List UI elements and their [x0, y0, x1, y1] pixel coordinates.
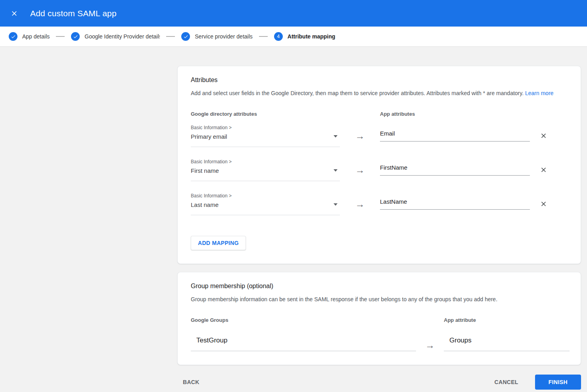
attributes-card: Attributes Add and select user fields in… — [177, 66, 581, 264]
arrow-right-icon: → — [340, 125, 380, 159]
step-separator — [166, 36, 175, 37]
step-app-details[interactable]: App details — [9, 32, 50, 41]
google-directory-attributes-header: Google directory attributes — [191, 111, 340, 117]
select-value: Last name — [191, 201, 340, 208]
page-title: Add custom SAML app — [30, 9, 117, 18]
dropdown-arrow-icon — [334, 169, 338, 172]
app-attribute-header: App attribute — [444, 317, 570, 323]
step-label: Service provider details — [195, 33, 253, 40]
select-category-label: Basic Information > — [191, 159, 340, 164]
select-value: First name — [191, 167, 340, 174]
directory-attribute-select[interactable]: Basic Information > Primary email — [191, 125, 340, 147]
arrow-right-icon: → — [340, 159, 380, 193]
select-category-label: Basic Information > — [191, 193, 340, 199]
check-icon — [9, 32, 17, 41]
close-icon[interactable] — [6, 5, 23, 22]
step-label: Attribute mapping — [288, 33, 336, 40]
app-attribute-input[interactable] — [380, 164, 530, 176]
group-mapping-grid: Google Groups App attribute → — [191, 317, 568, 351]
arrow-right-icon: → — [340, 193, 380, 227]
step-separator — [259, 36, 268, 37]
footer-actions: BACK CANCEL FINISH — [177, 375, 581, 392]
remove-mapping-icon[interactable] — [538, 130, 549, 141]
back-button[interactable]: BACK — [177, 375, 205, 389]
finish-button[interactable]: FINISH — [535, 375, 581, 390]
dropdown-arrow-icon — [334, 203, 338, 206]
group-app-attribute-input[interactable] — [444, 334, 570, 351]
mapping-grid: Google directory attributes App attribut… — [191, 111, 568, 227]
app-attributes-header: App attributes — [380, 111, 530, 117]
step-idp-details[interactable]: Google Identity Provider details — [71, 32, 160, 41]
google-groups-input[interactable] — [191, 334, 416, 351]
step-label: App details — [22, 33, 50, 40]
select-category-label: Basic Information > — [191, 125, 340, 130]
group-card-description: Group membership information can be sent… — [191, 295, 568, 304]
dropdown-arrow-icon — [334, 135, 338, 138]
app-attribute-input[interactable] — [380, 130, 530, 142]
directory-attribute-select[interactable]: Basic Information > Last name — [191, 193, 340, 215]
arrow-right-icon: → — [416, 331, 444, 351]
stepper: App details Google Identity Provider det… — [0, 27, 587, 47]
description-text: Add and select user fields in the Google… — [191, 90, 524, 96]
remove-mapping-icon[interactable] — [538, 164, 549, 175]
remove-mapping-icon[interactable] — [538, 199, 549, 209]
check-icon — [71, 32, 80, 41]
select-value: Primary email — [191, 133, 340, 140]
step-attribute-mapping[interactable]: 4 Attribute mapping — [274, 32, 336, 41]
main-content: Attributes Add and select user fields in… — [0, 47, 587, 365]
learn-more-link[interactable]: Learn more — [525, 90, 554, 96]
add-mapping-button[interactable]: ADD MAPPING — [191, 236, 246, 250]
check-icon — [181, 32, 190, 41]
attributes-card-description: Add and select user fields in the Google… — [191, 89, 568, 98]
cancel-button[interactable]: CANCEL — [489, 375, 524, 389]
app-bar: Add custom SAML app — [0, 0, 587, 27]
google-groups-header: Google Groups — [191, 317, 416, 323]
step-sp-details[interactable]: Service provider details — [181, 32, 253, 41]
group-card-title: Group membership (optional) — [191, 283, 568, 290]
step-label: Google Identity Provider details — [84, 33, 160, 40]
app-attribute-input[interactable] — [380, 198, 530, 210]
group-membership-card: Group membership (optional) Group member… — [177, 272, 581, 365]
step-separator — [56, 36, 65, 37]
attributes-card-title: Attributes — [191, 76, 568, 84]
directory-attribute-select[interactable]: Basic Information > First name — [191, 159, 340, 181]
step-number: 4 — [274, 32, 283, 41]
